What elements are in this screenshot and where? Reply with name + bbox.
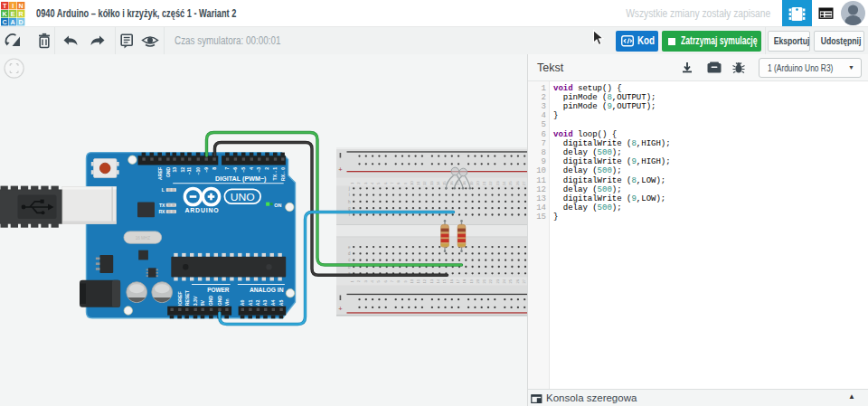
svg-text:12: 12 <box>423 181 428 185</box>
svg-text:~10: ~10 <box>195 167 201 175</box>
svg-text:T: T <box>3 2 7 10</box>
svg-text:20: 20 <box>476 181 480 185</box>
svg-text:2: 2 <box>265 167 270 170</box>
svg-text:Vin: Vin <box>224 298 230 306</box>
svg-text:24: 24 <box>502 279 506 283</box>
svg-text:A5: A5 <box>278 300 284 307</box>
svg-text:A0: A0 <box>240 300 245 307</box>
svg-text:13: 13 <box>429 279 434 283</box>
svg-text:17: 17 <box>456 279 460 283</box>
svg-text:23: 23 <box>495 279 500 283</box>
svg-text:C: C <box>3 18 7 26</box>
svg-text:TX: TX <box>159 203 165 208</box>
svg-text:I: I <box>12 2 14 10</box>
svg-text:11: 11 <box>416 181 420 185</box>
svg-text:D: D <box>19 18 24 26</box>
svg-text:R: R <box>19 10 24 18</box>
svg-text:15: 15 <box>442 279 447 283</box>
svg-text:+: + <box>338 305 343 313</box>
svg-text:26: 26 <box>515 181 520 185</box>
svg-text:23: 23 <box>495 181 500 185</box>
svg-text:27: 27 <box>522 279 526 283</box>
svg-text:16: 16 <box>449 181 454 185</box>
svg-text:10: 10 <box>410 279 414 283</box>
svg-text:E: E <box>11 10 15 18</box>
svg-text:ANALOG IN: ANALOG IN <box>250 287 284 293</box>
svg-text:25: 25 <box>508 279 513 283</box>
svg-text:20: 20 <box>476 279 480 283</box>
svg-text:ON: ON <box>274 203 281 208</box>
svg-text:~3: ~3 <box>257 167 262 173</box>
svg-text:GND: GND <box>217 296 222 307</box>
svg-text:AREF: AREF <box>157 167 163 180</box>
svg-text:24: 24 <box>502 181 506 185</box>
svg-text:13: 13 <box>429 181 434 185</box>
svg-text:A1: A1 <box>248 300 253 307</box>
svg-text:12: 12 <box>180 167 185 173</box>
svg-text:25: 25 <box>508 181 513 185</box>
svg-text:16: 16 <box>449 279 454 283</box>
svg-text:A3: A3 <box>263 300 269 307</box>
svg-text:19: 19 <box>469 279 474 283</box>
svg-text:ARDUINO: ARDUINO <box>185 206 220 214</box>
svg-text:13: 13 <box>172 167 177 173</box>
svg-text:14: 14 <box>436 181 440 185</box>
svg-text:18: 18 <box>462 279 467 283</box>
svg-text:K: K <box>3 10 8 18</box>
svg-text:12: 12 <box>423 279 428 283</box>
svg-text:TX→1: TX→1 <box>272 167 278 181</box>
svg-text:A: A <box>11 18 15 26</box>
svg-text:21: 21 <box>482 279 486 283</box>
svg-text:4: 4 <box>249 167 254 170</box>
svg-text:~6: ~6 <box>232 167 238 173</box>
svg-text:7: 7 <box>224 167 230 170</box>
svg-text:10: 10 <box>410 181 414 185</box>
svg-text:22: 22 <box>489 181 494 185</box>
svg-text:GND: GND <box>165 167 171 178</box>
svg-text:UNO: UNO <box>231 192 255 203</box>
svg-text:~5: ~5 <box>241 167 246 173</box>
svg-text:POWER: POWER <box>207 287 230 293</box>
svg-text:IOREF: IOREF <box>177 291 183 306</box>
svg-text:A2: A2 <box>255 300 260 307</box>
svg-text:8: 8 <box>212 167 217 170</box>
svg-text:RX: RX <box>158 209 165 214</box>
svg-text:j: j <box>348 186 350 191</box>
svg-text:RX←0: RX←0 <box>280 167 286 181</box>
svg-text:~9: ~9 <box>203 167 209 173</box>
svg-text:~11: ~11 <box>187 167 193 175</box>
svg-text:+: + <box>338 165 343 174</box>
svg-text:i: i <box>349 193 350 197</box>
svg-text:11: 11 <box>416 279 420 283</box>
svg-text:14: 14 <box>436 279 440 283</box>
svg-text:27: 27 <box>522 181 526 185</box>
svg-text:DIGITAL (PWM~): DIGITAL (PWM~) <box>215 175 267 183</box>
svg-text:N: N <box>19 2 24 10</box>
svg-text:26: 26 <box>515 279 520 283</box>
svg-text:3.3V: 3.3V <box>193 296 198 306</box>
svg-text:22: 22 <box>489 279 494 283</box>
svg-text:RESET: RESET <box>184 289 190 306</box>
svg-text:18: 18 <box>462 181 467 185</box>
svg-text:5V: 5V <box>200 299 205 306</box>
svg-text:GND: GND <box>208 296 213 307</box>
svg-text:16 MHZ: 16 MHZ <box>136 236 151 241</box>
svg-text:21: 21 <box>482 181 486 185</box>
svg-text:A4: A4 <box>270 300 276 307</box>
